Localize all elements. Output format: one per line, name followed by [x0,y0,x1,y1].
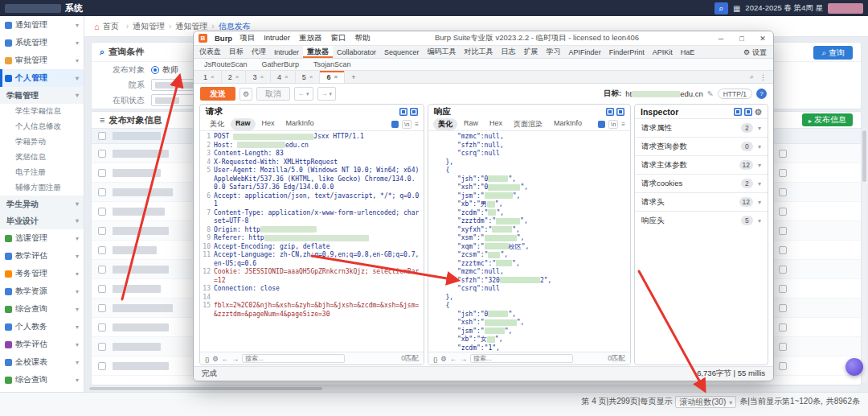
gear-icon[interactable] [440,355,447,363]
sidebar-item[interactable]: 电子注册 [0,165,84,180]
braces-icon[interactable] [433,355,437,363]
repeater-tab[interactable]: 1 [197,71,222,83]
edit-target-icon[interactable] [707,89,714,98]
row-checkbox[interactable] [98,188,106,196]
row-checkbox[interactable] [779,188,787,196]
gear-icon[interactable] [755,107,762,117]
editor-tab[interactable]: 页面渲染 [509,118,547,130]
sidebar-item[interactable]: 选课管理 [0,229,84,247]
burp-main-tab[interactable]: APIFinder [565,46,605,58]
radio-teacher[interactable]: 教师 [151,64,178,76]
publish-info-button[interactable]: 发布信息 [802,113,853,126]
menu-item[interactable]: 帮助 [354,33,370,43]
scrollbar-thumb[interactable] [89,387,322,390]
maximize-button[interactable] [731,31,752,45]
row-checkbox[interactable] [779,150,787,158]
sidebar-item[interactable]: 个人教务 [0,318,84,336]
row-checkbox[interactable] [779,266,787,274]
vertical-scrollbar[interactable] [862,129,867,383]
send-options-gear[interactable] [240,88,252,101]
inspector-section-row[interactable]: 请求cookies 2 [635,174,768,192]
burp-main-tab[interactable]: HaE [677,46,699,58]
breadcrumb-home[interactable]: 首页 [103,21,119,32]
prev-match-icon[interactable] [450,355,457,363]
help-icon[interactable]: ? [756,89,767,99]
sidebar-item[interactable]: 毕业设计 [0,212,84,229]
row-checkbox[interactable] [98,169,106,177]
sidebar-item[interactable]: 奖惩信息 [0,150,84,165]
sidebar-item[interactable]: 辅修方面注册 [0,180,84,196]
row-checkbox[interactable] [98,150,106,158]
burp-main-tab[interactable]: 日志 [497,46,520,58]
sidebar-item[interactable]: 综合查询 [0,300,84,318]
http-version-badge[interactable]: HTTP/1 [718,89,752,99]
search-icon[interactable]: ⌕ [714,2,728,14]
editor-tab[interactable]: MarkInfo [281,118,319,130]
sidebar-item[interactable]: 教学评估 [0,247,84,265]
history-forward-button[interactable] [317,87,337,101]
editor-tab[interactable]: Raw [231,118,256,130]
repeater-tab[interactable]: 3 [246,71,271,83]
row-checkbox[interactable] [98,266,106,274]
row-checkbox[interactable] [98,343,106,351]
menu-item[interactable]: 窗口 [330,33,346,43]
gear-icon[interactable] [212,355,219,363]
row-checkbox[interactable] [98,227,106,235]
burp-main-tab[interactable]: Sequencer [380,46,424,58]
braces-icon[interactable] [205,355,209,363]
inspector-section-row[interactable]: 请求查询参数 0 [635,137,768,155]
inspector-section-row[interactable]: 请求头 12 [635,192,768,211]
minimize-button[interactable] [710,31,731,45]
extension-tab[interactable]: TsojanScan [306,59,358,70]
burp-main-tab[interactable]: 目标 [225,46,248,58]
next-match-icon[interactable] [231,355,239,363]
sidebar-item[interactable]: 综合查询 [0,371,84,389]
response-editor[interactable]: "mzmc":null, "sfzh":null, "csrq":null },… [428,131,630,352]
burp-main-tab[interactable]: 重放器 [303,46,333,58]
next-match-icon[interactable] [460,355,467,363]
cancel-button[interactable]: 取消 [256,87,290,101]
sidebar-item[interactable]: 全校课表 [0,353,84,371]
burp-main-tab[interactable]: FinderPrint [605,46,649,58]
burp-main-tab[interactable]: APIKit [649,46,677,58]
repeater-tab[interactable]: 2 [222,71,247,83]
burp-main-tab[interactable]: 仪表盘 [195,46,225,58]
extension-tab[interactable]: JsRouteScan [197,59,255,70]
repeater-tab[interactable]: 4 [271,71,296,83]
new-repeater-tab-button[interactable]: + [345,71,362,83]
search-icon[interactable] [750,72,754,81]
query-button[interactable]: 查询 [813,46,853,60]
sidebar-item[interactable]: 系统管理 [0,34,84,51]
sidebar-item[interactable]: 学生异动 [0,196,84,212]
layout-toggle-icon[interactable] [399,108,407,116]
layout-toggle-icon[interactable] [734,108,742,116]
send-button[interactable]: 发送 [200,87,235,101]
linebreak-toggle-icon[interactable] [402,120,411,129]
editor-tab[interactable]: Raw [459,118,483,130]
more-options-icon[interactable] [760,73,767,81]
linebreak-toggle-icon[interactable] [608,120,618,129]
floating-widget-icon[interactable] [845,358,863,376]
row-checkbox[interactable] [98,362,106,370]
repeater-tab[interactable]: 5 [296,71,321,83]
select-all-checkbox[interactable] [98,132,106,140]
burp-main-tab[interactable]: 编码工具 [424,46,461,58]
request-search-input[interactable] [242,354,345,363]
sidebar-item[interactable]: 学籍异动 [0,134,84,150]
extension-tab[interactable]: GatherBurp [255,59,307,70]
sidebar-item[interactable]: 个人管理 [0,69,84,87]
row-checkbox[interactable] [779,304,787,312]
burp-titlebar[interactable]: B Burp 项目Intruder重放器窗口帮助 Burp Suite专业版 v… [194,31,773,45]
prev-match-icon[interactable] [222,355,229,363]
sidebar-item[interactable]: 教学资源 [0,282,84,300]
layout-toggle-icon[interactable] [616,108,624,116]
inspector-section-row[interactable]: 响应头 5 [635,211,768,229]
horizontal-scrollbar[interactable] [88,386,858,391]
editor-menu-icon[interactable] [621,121,625,128]
row-checkbox[interactable] [779,362,787,370]
burp-main-tab[interactable]: 学习 [542,46,565,58]
user-name-redacted[interactable] [828,3,863,14]
sidebar-item[interactable]: 学生学籍信息 [0,104,84,119]
sidebar-item[interactable]: 通知管理 [0,16,84,34]
page-size-select[interactable]: 滚动组数(30) [675,396,736,408]
